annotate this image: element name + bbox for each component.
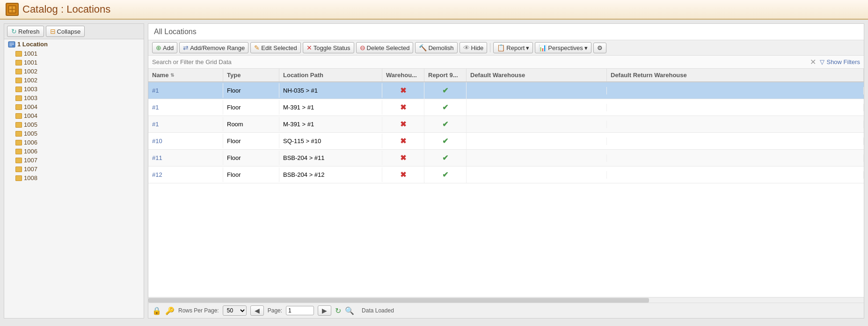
cell-defret	[607, 87, 864, 94]
cell-report: ✔	[424, 133, 467, 149]
tree-item[interactable]: 1005	[4, 129, 144, 138]
name-link[interactable]: #1	[152, 104, 159, 111]
show-filters-button[interactable]: ▽ Show Filters	[820, 58, 860, 65]
cell-report: ✔	[424, 99, 467, 116]
report-icon: 📋	[497, 44, 505, 51]
tree-item[interactable]: 1003	[4, 94, 144, 102]
settings-button[interactable]: ⚙	[593, 43, 606, 53]
status-label: Data Loaded	[362, 307, 394, 314]
name-link[interactable]: #1	[152, 121, 159, 128]
collapse-button[interactable]: ⊟ Collapse	[46, 26, 85, 37]
rows-per-page-select[interactable]: 2550100200	[223, 305, 247, 316]
toggle-status-button[interactable]: ✕ Toggle Status	[303, 42, 354, 53]
cell-wh: ✖	[382, 150, 424, 166]
search-clear-icon[interactable]: ✕	[810, 58, 816, 66]
demolish-button[interactable]: 🔨 Demolish	[415, 42, 457, 53]
cell-path: M-391 > #1	[279, 117, 382, 131]
tree-item[interactable]: 1001	[4, 49, 144, 58]
table-row[interactable]: #12 Floor BSB-204 > #12 ✖ ✔	[148, 167, 864, 183]
cross-icon: ✖	[400, 87, 406, 94]
name-link[interactable]: #10	[152, 138, 162, 145]
tree-root-item[interactable]: 1 Location	[4, 39, 144, 49]
col-header-path[interactable]: Location Path	[279, 69, 382, 81]
demolish-icon: 🔨	[419, 44, 427, 51]
name-link[interactable]: #11	[152, 154, 162, 161]
sidebar-tree[interactable]: 1 Location 1001 1001 1002 1002 1003 1003…	[4, 39, 144, 318]
cell-defwh	[467, 138, 607, 145]
key-icon: 🔑	[165, 306, 175, 315]
col-header-report[interactable]: Report 9...	[424, 69, 467, 81]
footer-zoom-icon[interactable]: 🔍	[345, 306, 354, 315]
collapse-icon: ⊟	[50, 28, 56, 35]
hide-icon: 👁	[463, 44, 470, 51]
edit-selected-button[interactable]: ✎ Edit Selected	[250, 42, 301, 53]
tree-item[interactable]: 1001	[4, 58, 144, 67]
add-button[interactable]: ⊕ Add	[152, 42, 177, 53]
table-row[interactable]: #1 Room M-391 > #1 ✖ ✔	[148, 116, 864, 133]
tree-item[interactable]: 1008	[4, 174, 144, 182]
cell-report: ✔	[424, 167, 467, 183]
col-header-name[interactable]: Name ⇅	[148, 69, 223, 81]
cross-icon: ✖	[400, 103, 406, 111]
cell-defret	[607, 138, 864, 145]
col-header-defret[interactable]: Default Return Warehouse	[607, 69, 864, 81]
check-icon: ✔	[442, 120, 448, 128]
sidebar-toolbar: ↻ Refresh ⊟ Collapse	[4, 24, 144, 39]
grid-hscroll[interactable]	[148, 297, 864, 303]
refresh-icon: ↻	[11, 28, 17, 35]
tree-root-label: 1 Location	[17, 41, 48, 48]
cell-path: M-391 > #1	[279, 100, 382, 115]
table-row[interactable]: #10 Floor SQ-115 > #10 ✖ ✔	[148, 133, 864, 150]
cell-defret	[607, 121, 864, 128]
col-header-wh[interactable]: Warehou...	[382, 69, 424, 81]
cell-type: Floor	[223, 151, 279, 165]
col-header-type[interactable]: Type	[223, 69, 279, 81]
tree-item[interactable]: 1007	[4, 156, 144, 165]
col-header-defwh[interactable]: Default Warehouse	[467, 69, 607, 81]
search-bar: ✕ ▽ Show Filters	[148, 56, 864, 69]
tree-item[interactable]: 1004	[4, 102, 144, 111]
tree-item[interactable]: 1006	[4, 138, 144, 147]
tree-item[interactable]: 1003	[4, 85, 144, 94]
prev-page-button[interactable]: ◀	[250, 305, 264, 316]
report-button[interactable]: 📋 Report ▾	[493, 42, 533, 53]
search-input[interactable]	[152, 58, 810, 65]
cell-defwh	[467, 87, 607, 94]
page-input[interactable]	[286, 306, 314, 315]
app-header: Catalog : Locations	[0, 0, 868, 20]
footer-refresh-icon[interactable]: ↻	[335, 306, 341, 315]
name-link[interactable]: #12	[152, 171, 162, 178]
cell-path: SQ-115 > #10	[279, 134, 382, 148]
folder-icon	[15, 87, 22, 92]
tree-item[interactable]: 1007	[4, 165, 144, 174]
tree-item[interactable]: 1006	[4, 147, 144, 156]
add-remove-range-button[interactable]: ⇄ Add/Remove Range	[179, 42, 248, 53]
tree-item[interactable]: 1002	[4, 76, 144, 85]
hide-button[interactable]: 👁 Hide	[460, 42, 488, 53]
delete-selected-button[interactable]: ⊖ Delete Selected	[356, 42, 414, 53]
right-panel: All Locations ⊕ Add ⇄ Add/Remove Range ✎…	[148, 23, 864, 319]
next-page-button[interactable]: ▶	[318, 305, 331, 316]
refresh-button[interactable]: ↻ Refresh	[7, 26, 44, 37]
folder-icon	[15, 158, 22, 163]
tree-item[interactable]: 1002	[4, 67, 144, 76]
perspectives-button[interactable]: 📊 Perspectives ▾	[535, 42, 591, 53]
table-row[interactable]: #1 Floor NH-035 > #1 ✖ ✔	[148, 82, 864, 99]
check-icon: ✔	[442, 103, 448, 111]
cell-name: #10	[148, 134, 223, 148]
folder-icon	[15, 122, 22, 128]
table-row[interactable]: #1 Floor M-391 > #1 ✖ ✔	[148, 99, 864, 116]
tree-item[interactable]: 1005	[4, 120, 144, 129]
table-row[interactable]: #11 Floor BSB-204 > #11 ✖ ✔	[148, 150, 864, 167]
sort-icon-name: ⇅	[170, 72, 174, 78]
grid-hscroll-thumb	[148, 298, 649, 303]
folder-icon	[15, 51, 22, 57]
cell-report: ✔	[424, 150, 467, 166]
tree-item[interactable]: 1004	[4, 111, 144, 120]
rows-per-page-label: Rows Per Page:	[178, 307, 219, 314]
cell-name: #12	[148, 167, 223, 182]
name-link[interactable]: #1	[152, 87, 159, 94]
add-remove-range-icon: ⇄	[183, 44, 189, 51]
check-icon: ✔	[442, 137, 448, 145]
folder-icon	[15, 69, 22, 74]
